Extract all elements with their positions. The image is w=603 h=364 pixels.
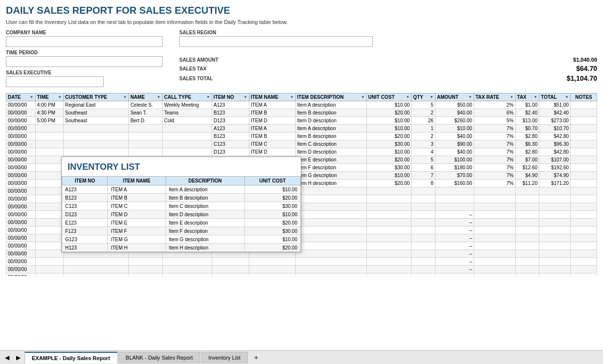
th-total[interactable]: TOTAL ▼ bbox=[539, 93, 571, 101]
table-cell: $30.00 bbox=[366, 140, 411, 148]
table-cell bbox=[515, 187, 539, 195]
time-period-group: TIME PERIOD bbox=[6, 50, 172, 67]
tax-rate-filter-icon[interactable]: ▼ bbox=[510, 95, 514, 99]
table-cell: 00/00/00 bbox=[6, 258, 36, 266]
th-name[interactable]: NAME ▼ bbox=[129, 93, 163, 101]
company-name-input[interactable] bbox=[6, 36, 163, 47]
table-cell: $13.00 bbox=[515, 117, 539, 125]
sales-region-input[interactable] bbox=[179, 36, 373, 47]
th-item-no[interactable]: ITEM NO ▼ bbox=[212, 93, 249, 101]
inventory-cell: Item A description bbox=[166, 185, 244, 194]
table-cell bbox=[571, 156, 597, 164]
table-cell bbox=[411, 258, 435, 266]
inventory-row: A123ITEM AItem A description$10.00 bbox=[62, 185, 301, 194]
table-cell: 7% bbox=[474, 180, 515, 187]
table-cell bbox=[571, 187, 597, 195]
table-cell bbox=[249, 266, 295, 273]
table-cell bbox=[35, 227, 63, 234]
table-cell bbox=[35, 164, 63, 172]
table-cell bbox=[474, 242, 515, 250]
item-no-filter-icon[interactable]: ▼ bbox=[243, 95, 247, 99]
table-cell: – bbox=[435, 266, 474, 273]
table-row: 00/00/00– bbox=[6, 273, 597, 276]
unit-cost-filter-icon[interactable]: ▼ bbox=[406, 95, 410, 99]
sales-executive-input[interactable] bbox=[6, 76, 104, 87]
table-cell: $2.80 bbox=[515, 148, 539, 156]
table-header-row: DATE ▼ TIME ▼ CUSTOMER TYPE ▼ NAME ▼ CAL… bbox=[6, 93, 597, 101]
table-cell bbox=[411, 227, 435, 234]
table-cell bbox=[35, 250, 63, 258]
table-cell: Weekly Meeting bbox=[162, 101, 212, 109]
table-row: 00/00/00C123ITEM CItem C description$30.… bbox=[6, 140, 597, 148]
qty-filter-icon[interactable]: ▼ bbox=[430, 95, 434, 99]
customer-type-filter-icon[interactable]: ▼ bbox=[123, 95, 127, 99]
th-amount[interactable]: AMOUNT ▼ bbox=[435, 93, 474, 101]
table-cell bbox=[474, 219, 515, 227]
table-cell bbox=[249, 258, 295, 266]
tab-example[interactable]: EXAMPLE - Daily Sales Report bbox=[24, 352, 118, 364]
item-desc-filter-icon[interactable]: ▼ bbox=[361, 95, 365, 99]
total-filter-icon[interactable]: ▼ bbox=[565, 95, 569, 99]
table-cell: $50.00 bbox=[435, 101, 474, 109]
item-name-filter-icon[interactable]: ▼ bbox=[290, 95, 294, 99]
table-cell bbox=[212, 258, 249, 266]
tax-filter-icon[interactable]: ▼ bbox=[533, 95, 537, 99]
table-cell: 00/00/00 bbox=[6, 203, 36, 211]
table-cell bbox=[35, 273, 63, 276]
table-cell: 00/00/00 bbox=[6, 234, 36, 242]
table-cell: $10.00 bbox=[366, 101, 411, 109]
inventory-overlay: INVENTORY LIST ITEM NO ITEM NAME DESCRIP… bbox=[61, 157, 301, 252]
table-cell: $273.00 bbox=[539, 117, 571, 125]
table-cell bbox=[474, 234, 515, 242]
table-row: 00/00/004:00 PMRegional EastCeleste S.We… bbox=[6, 101, 597, 109]
table-cell: $10.00 bbox=[366, 117, 411, 125]
tab-inventory[interactable]: Inventory List bbox=[201, 352, 248, 364]
table-cell bbox=[474, 273, 515, 276]
date-filter-icon[interactable]: ▼ bbox=[30, 95, 34, 99]
table-row: 00/00/00– bbox=[6, 266, 597, 273]
table-cell bbox=[474, 266, 515, 273]
th-qty[interactable]: QTY ▼ bbox=[411, 93, 435, 101]
table-cell bbox=[539, 258, 571, 266]
table-cell: 00/00/00 bbox=[6, 109, 36, 117]
time-filter-icon[interactable]: ▼ bbox=[58, 95, 62, 99]
time-period-input[interactable] bbox=[6, 56, 163, 67]
table-cell bbox=[162, 125, 212, 133]
inventory-cell: B123 bbox=[62, 194, 108, 202]
th-date[interactable]: DATE ▼ bbox=[6, 93, 36, 101]
call-type-filter-icon[interactable]: ▼ bbox=[206, 95, 210, 99]
tab-next-icon[interactable]: ▶ bbox=[13, 353, 24, 362]
inventory-cell: Item E description bbox=[166, 219, 244, 227]
table-cell bbox=[515, 211, 539, 219]
th-item-description[interactable]: ITEM DESCRIPTION ▼ bbox=[295, 93, 366, 101]
table-cell bbox=[212, 266, 249, 273]
inventory-row: F123ITEM FItem F description$30.00 bbox=[62, 227, 301, 235]
table-cell: 2 bbox=[411, 133, 435, 140]
tab-prev-icon[interactable]: ◀ bbox=[2, 353, 12, 362]
table-cell: – bbox=[435, 227, 474, 234]
table-cell: 8 bbox=[411, 180, 435, 187]
th-tax-rate[interactable]: TAX RATE ▼ bbox=[474, 93, 515, 101]
table-cell: Item G description bbox=[295, 172, 366, 180]
th-time[interactable]: TIME ▼ bbox=[35, 93, 63, 101]
table-cell: 00/00/00 bbox=[6, 117, 36, 125]
inventory-table: ITEM NO ITEM NAME DESCRIPTION UNIT COST … bbox=[62, 176, 301, 252]
table-cell bbox=[515, 266, 539, 273]
table-cell: – bbox=[435, 258, 474, 266]
name-filter-icon[interactable]: ▼ bbox=[157, 95, 161, 99]
amount-filter-icon[interactable]: ▼ bbox=[468, 95, 472, 99]
inventory-cell: Item D description bbox=[166, 210, 244, 219]
th-unit-cost[interactable]: UNIT COST ▼ bbox=[366, 93, 411, 101]
tab-add-icon[interactable]: ＋ bbox=[249, 352, 264, 363]
table-cell: $6.30 bbox=[515, 140, 539, 148]
table-cell: 5% bbox=[474, 117, 515, 125]
th-tax[interactable]: TAX ▼ bbox=[515, 93, 539, 101]
tab-blank[interactable]: BLANK - Daily Sales Report bbox=[119, 352, 200, 364]
th-call-type[interactable]: CALL TYPE ▼ bbox=[162, 93, 212, 101]
th-item-name[interactable]: ITEM NAME ▼ bbox=[249, 93, 295, 101]
table-cell bbox=[35, 148, 63, 156]
th-customer-type[interactable]: CUSTOMER TYPE ▼ bbox=[63, 93, 128, 101]
table-cell: 4 bbox=[411, 148, 435, 156]
table-cell bbox=[35, 156, 63, 164]
table-cell bbox=[571, 101, 597, 109]
